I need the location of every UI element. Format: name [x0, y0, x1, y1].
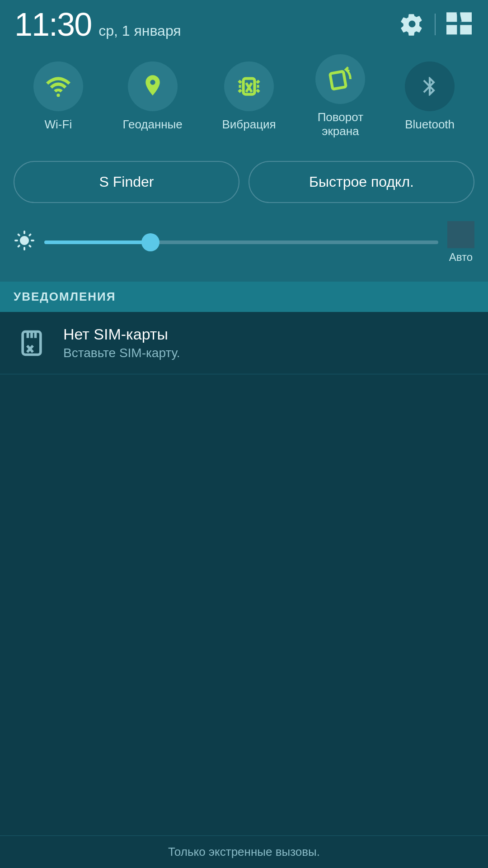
toggle-bluetooth[interactable]: Bluetooth [405, 61, 455, 132]
vibration-toggle-button[interactable] [224, 61, 274, 111]
bottom-bar: Только экстренные вызовы. [0, 835, 488, 868]
action-buttons: S Finder Быстрое подкл. [0, 152, 488, 212]
header-divider [435, 14, 436, 35]
toggle-vibration[interactable]: Вибрация [222, 61, 276, 132]
slider-thumb[interactable] [141, 233, 160, 251]
status-icons [399, 10, 474, 39]
main-area [0, 374, 488, 781]
geodata-label: Геоданные [123, 118, 183, 132]
sim-notif-subtitle: Вставьте SIM-карту. [63, 346, 474, 360]
svg-line-12 [257, 90, 259, 92]
svg-point-5 [56, 94, 60, 97]
sim-notif-title: Нет SIM-карты [63, 326, 474, 343]
auto-label: Авто [449, 251, 473, 264]
settings-icon[interactable] [399, 10, 426, 39]
wifi-label: Wi-Fi [45, 118, 72, 132]
toggle-geodata[interactable]: Геоданные [123, 61, 183, 132]
emergency-calls-text: Только экстренные вызовы. [168, 845, 320, 859]
geodata-toggle-button[interactable] [128, 61, 178, 111]
auto-box[interactable] [447, 221, 474, 248]
sim-notification-text: Нет SIM-карты Вставьте SIM-карту. [63, 326, 474, 360]
notifications-title: УВЕДОМЛЕНИЯ [14, 290, 116, 303]
slider-fill [44, 241, 155, 244]
brightness-row: Авто [0, 212, 488, 273]
rotate-label: Поворотэкрана [318, 110, 363, 138]
status-time: 11:30 [14, 8, 91, 41]
status-date: ср, 1 января [99, 23, 181, 39]
svg-line-9 [239, 90, 241, 92]
slider-track [44, 241, 438, 244]
svg-line-10 [257, 80, 259, 83]
vibration-label: Вибрация [222, 118, 276, 132]
notification-item-sim[interactable]: Нет SIM-карты Вставьте SIM-карту. [0, 312, 488, 374]
svg-line-7 [239, 80, 241, 83]
brightness-icon [14, 230, 35, 255]
grid-icon[interactable] [445, 10, 474, 39]
bluetooth-label: Bluetooth [405, 118, 455, 132]
auto-brightness[interactable]: Авто [447, 221, 474, 264]
sim-icon-area [14, 328, 50, 359]
status-bar: 11:30 ср, 1 января [0, 0, 488, 45]
toggle-rotate[interactable]: Поворотэкрана [315, 54, 365, 138]
quick-toggles: Wi-Fi Геоданные [0, 45, 488, 152]
svg-rect-15 [330, 71, 347, 90]
status-left: 11:30 ср, 1 января [14, 8, 181, 41]
rotate-toggle-button[interactable] [315, 54, 365, 104]
s-finder-button[interactable]: S Finder [14, 161, 239, 203]
bluetooth-toggle-button[interactable] [405, 61, 455, 111]
svg-rect-2 [446, 25, 457, 34]
svg-rect-1 [460, 12, 472, 22]
svg-rect-0 [446, 12, 457, 22]
wifi-toggle-button[interactable] [33, 61, 83, 111]
svg-line-4 [458, 12, 460, 22]
svg-rect-3 [460, 25, 472, 34]
quick-connect-button[interactable]: Быстрое подкл. [249, 161, 474, 203]
notifications-header: УВЕДОМЛЕНИЯ [0, 282, 488, 312]
toggle-wifi[interactable]: Wi-Fi [33, 61, 83, 132]
brightness-slider[interactable] [44, 241, 438, 244]
